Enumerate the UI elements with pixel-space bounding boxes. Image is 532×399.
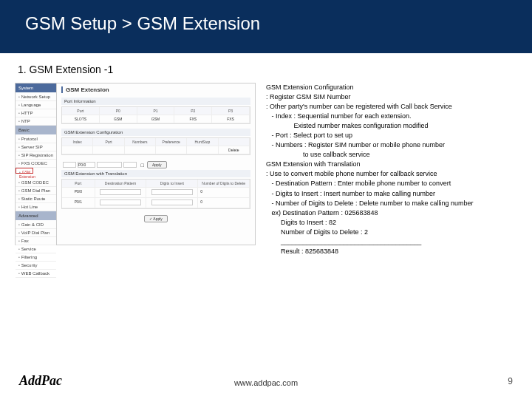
delete-cell: Delete (219, 146, 250, 154)
port-select: P0/0 (78, 162, 95, 168)
ext-trans-header: GSM Extension with Translation (61, 170, 250, 177)
td (156, 146, 187, 154)
text-line: - Destination Pattern : Enter mobile pho… (266, 179, 525, 188)
content-row: System Network Setup Language HTTP NTP B… (0, 83, 532, 256)
th: Port (93, 138, 124, 146)
sidebar-system-header: System (16, 83, 56, 93)
sidebar-advanced-header: Advanced (16, 211, 56, 221)
td (93, 146, 124, 154)
th: Numbers (125, 138, 156, 146)
th (219, 138, 250, 146)
section-heading: 1. GSM Extension -1 (0, 53, 532, 83)
apply-label: Apply (153, 216, 163, 221)
dest-input (100, 200, 142, 205)
th: P1 (137, 107, 175, 115)
th: Destination Pattern (95, 180, 147, 188)
td: GSM (100, 115, 137, 123)
td (95, 188, 147, 198)
td: P0/0 (62, 188, 95, 198)
td: SLOTS (62, 115, 100, 123)
th: Number of Digits to Delete (198, 180, 250, 188)
port-info-header: Port Information (61, 98, 250, 105)
trans-table: Port Destination Pattern Digits to Inser… (61, 179, 250, 209)
td (187, 146, 218, 154)
th: Port (62, 107, 100, 115)
text-line: Result : 825683848 (266, 247, 525, 256)
th: Digits to Insert (146, 180, 198, 188)
sidebar-item: Protocol (16, 135, 56, 143)
shot-sidebar: System Network Setup Language HTTP NTP B… (16, 83, 57, 245)
sidebar-item: Filtering (16, 253, 56, 262)
td (62, 146, 93, 154)
sidebar-basic-header: Basic (16, 126, 56, 135)
text-line: ex) Destination Pattern : 025683848 (266, 208, 525, 218)
sidebar-item-selected: GSM Extension (16, 168, 33, 174)
text-line: to use callback service (266, 150, 525, 160)
text-line: Existed number makes configuration modif… (266, 121, 525, 131)
text-line: GSM Extension with Translation (266, 160, 525, 169)
ext-input-row: P0/0 ☐ Apply (61, 160, 250, 170)
th: Preference (156, 138, 187, 146)
sidebar-item: SIP Registration (16, 151, 56, 160)
th: P2 (174, 107, 212, 115)
sidebar-item: Security (16, 262, 56, 270)
td: FXS (212, 115, 250, 123)
th: Port (62, 180, 95, 188)
port-table: Port P0 P1 P2 P3 SLOTS GSM GSM FXS FXS (61, 106, 250, 124)
text-line: Digits to Insert : 82 (266, 218, 525, 228)
sidebar-item: Server SIP (16, 143, 56, 151)
text-line: ______________________________________ (266, 237, 525, 247)
td (146, 188, 198, 198)
sidebar-item: Gain & CID (16, 221, 56, 229)
th: HuntStop (187, 138, 218, 146)
th: Index (62, 138, 93, 146)
sidebar-item: GSM CODEC (16, 179, 56, 187)
text-line: - Digits to Insert : Insert number to ma… (266, 189, 525, 199)
th: P0 (100, 107, 137, 115)
td (95, 198, 147, 208)
page-number: 9 (508, 376, 513, 386)
text-line: : Other party's number can be registered… (266, 102, 525, 112)
sidebar-item: VoIP Dial Plan (16, 229, 56, 237)
digits-input (151, 189, 194, 195)
text-line: - Port : Select port to set up (266, 131, 525, 140)
td: 0 (198, 188, 250, 198)
screenshot-panel: System Network Setup Language HTTP NTP B… (15, 83, 256, 245)
pref-input (123, 162, 137, 168)
slide-header: GSM Setup > GSM Extension (0, 0, 532, 53)
numbers-input (97, 162, 122, 168)
text-line: Number of Digits to Delete : 2 (266, 228, 525, 237)
td: FXS (174, 115, 212, 123)
sidebar-item: WEB Callback (16, 270, 56, 278)
breadcrumb-title: GSM Setup > GSM Extension (25, 13, 532, 34)
text-line: - Numbers : Register SIM number or mobil… (266, 140, 525, 150)
sidebar-item: NTP (16, 117, 56, 126)
td: 0 (198, 198, 250, 208)
sidebar-item: HTTP (16, 109, 56, 117)
sidebar-item: Fax (16, 237, 56, 245)
panel-title: GSM Extension (61, 86, 250, 93)
td: GSM (137, 115, 175, 123)
text-line: : Use to convert mobile phone number for… (266, 169, 525, 179)
brand-logo: AddPac (19, 373, 62, 389)
text-line: : Register GSM SIM Number (266, 92, 525, 102)
digits-input (151, 200, 194, 205)
th: P3 (212, 107, 250, 115)
text-line: GSM Extension Configuration (266, 83, 525, 92)
text-line: - Index : Sequential number for each ext… (266, 112, 525, 121)
ext-cfg-header: GSM Extension Configuration (61, 129, 250, 136)
sidebar-item: Service (16, 245, 56, 253)
apply-row: ✓ Apply (61, 214, 250, 224)
dest-input (100, 189, 142, 195)
index-input (63, 162, 76, 168)
apply-button: Apply (147, 161, 167, 168)
ext-table: Index Port Numbers Preference HuntStop D… (61, 137, 250, 155)
footer-url: www.addpac.com (234, 378, 298, 387)
td: P0/1 (62, 198, 95, 208)
td (125, 146, 156, 154)
shot-main: GSM Extension Port Information Port P0 P… (57, 83, 255, 245)
sidebar-item: Hot Line (16, 203, 56, 211)
sidebar-item: FXS CODEC (16, 160, 56, 168)
sidebar-item: Network Setup (16, 93, 56, 101)
text-line: - Number of Digits to Delete : Delete nu… (266, 199, 525, 208)
